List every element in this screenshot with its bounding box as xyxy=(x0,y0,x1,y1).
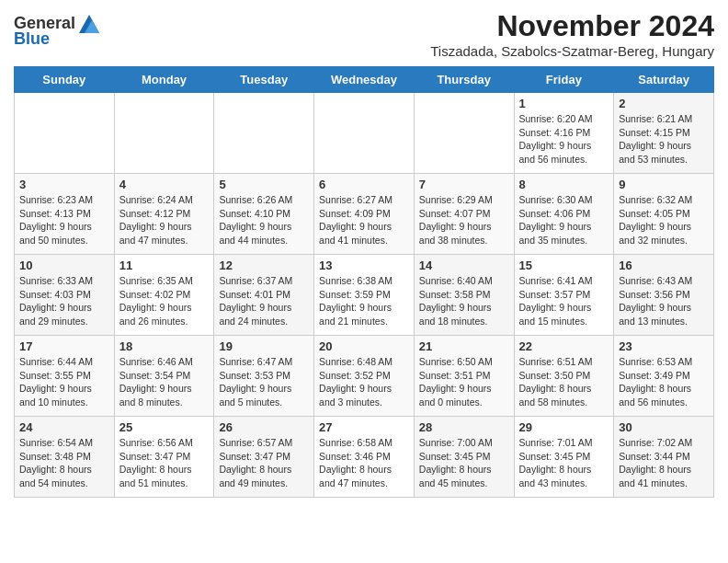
day-number: 7 xyxy=(419,178,509,191)
cell-content: Sunrise: 6:37 AM Sunset: 4:01 PM Dayligh… xyxy=(219,274,309,328)
calendar-cell: 19Sunrise: 6:47 AM Sunset: 3:53 PM Dayli… xyxy=(214,336,314,417)
calendar-cell: 12Sunrise: 6:37 AM Sunset: 4:01 PM Dayli… xyxy=(214,255,314,336)
cell-content: Sunrise: 6:32 AM Sunset: 4:05 PM Dayligh… xyxy=(619,193,709,247)
calendar-cell xyxy=(314,93,415,174)
calendar-cell: 22Sunrise: 6:51 AM Sunset: 3:50 PM Dayli… xyxy=(514,336,614,417)
calendar-cell: 14Sunrise: 6:40 AM Sunset: 3:58 PM Dayli… xyxy=(414,255,514,336)
calendar-cell: 20Sunrise: 6:48 AM Sunset: 3:52 PM Dayli… xyxy=(314,336,415,417)
day-number: 15 xyxy=(519,259,609,272)
calendar-cell: 11Sunrise: 6:35 AM Sunset: 4:02 PM Dayli… xyxy=(114,255,214,336)
cell-content: Sunrise: 6:29 AM Sunset: 4:07 PM Dayligh… xyxy=(419,193,509,247)
calendar-week-2: 3Sunrise: 6:23 AM Sunset: 4:13 PM Daylig… xyxy=(15,174,714,255)
day-number: 12 xyxy=(219,259,309,272)
cell-content: Sunrise: 6:53 AM Sunset: 3:49 PM Dayligh… xyxy=(619,355,709,409)
calendar-cell: 17Sunrise: 6:44 AM Sunset: 3:55 PM Dayli… xyxy=(15,336,115,417)
calendar-cell: 5Sunrise: 6:26 AM Sunset: 4:10 PM Daylig… xyxy=(214,174,314,255)
day-number: 25 xyxy=(119,420,210,434)
calendar-cell: 8Sunrise: 6:30 AM Sunset: 4:06 PM Daylig… xyxy=(514,174,614,255)
day-number: 27 xyxy=(319,420,409,434)
day-number: 8 xyxy=(519,178,609,191)
cell-content: Sunrise: 6:51 AM Sunset: 3:50 PM Dayligh… xyxy=(519,355,609,409)
day-number: 6 xyxy=(319,178,409,191)
calendar-cell: 25Sunrise: 6:56 AM Sunset: 3:47 PM Dayli… xyxy=(114,417,214,498)
calendar-cell: 21Sunrise: 6:50 AM Sunset: 3:51 PM Dayli… xyxy=(414,336,514,417)
day-number: 23 xyxy=(619,339,709,353)
calendar-header-row: SundayMondayTuesdayWednesdayThursdayFrid… xyxy=(15,67,714,93)
calendar-cell: 1Sunrise: 6:20 AM Sunset: 4:16 PM Daylig… xyxy=(514,93,614,174)
logo-blue-text: Blue xyxy=(14,29,50,49)
cell-content: Sunrise: 6:44 AM Sunset: 3:55 PM Dayligh… xyxy=(19,355,109,409)
day-number: 17 xyxy=(19,339,109,353)
cell-content: Sunrise: 6:40 AM Sunset: 3:58 PM Dayligh… xyxy=(419,274,509,328)
day-header-thursday: Thursday xyxy=(414,67,514,93)
calendar-cell xyxy=(214,93,314,174)
day-number: 24 xyxy=(19,420,109,434)
cell-content: Sunrise: 6:33 AM Sunset: 4:03 PM Dayligh… xyxy=(19,274,109,328)
calendar-cell: 6Sunrise: 6:27 AM Sunset: 4:09 PM Daylig… xyxy=(314,174,415,255)
cell-content: Sunrise: 6:24 AM Sunset: 4:12 PM Dayligh… xyxy=(119,193,210,247)
day-number: 14 xyxy=(419,259,509,272)
logo-icon xyxy=(79,15,99,33)
day-number: 30 xyxy=(619,420,709,434)
day-number: 22 xyxy=(519,339,609,353)
calendar-cell: 18Sunrise: 6:46 AM Sunset: 3:54 PM Dayli… xyxy=(114,336,214,417)
calendar-cell: 9Sunrise: 6:32 AM Sunset: 4:05 PM Daylig… xyxy=(614,174,714,255)
day-number: 1 xyxy=(519,97,609,110)
calendar-cell: 4Sunrise: 6:24 AM Sunset: 4:12 PM Daylig… xyxy=(114,174,214,255)
cell-content: Sunrise: 6:47 AM Sunset: 3:53 PM Dayligh… xyxy=(219,355,309,409)
calendar-cell: 2Sunrise: 6:21 AM Sunset: 4:15 PM Daylig… xyxy=(614,93,714,174)
calendar-week-3: 10Sunrise: 6:33 AM Sunset: 4:03 PM Dayli… xyxy=(15,255,714,336)
calendar-cell: 13Sunrise: 6:38 AM Sunset: 3:59 PM Dayli… xyxy=(314,255,415,336)
cell-content: Sunrise: 6:41 AM Sunset: 3:57 PM Dayligh… xyxy=(519,274,609,328)
calendar-cell xyxy=(15,93,115,174)
cell-content: Sunrise: 6:56 AM Sunset: 3:47 PM Dayligh… xyxy=(119,436,210,490)
cell-content: Sunrise: 6:50 AM Sunset: 3:51 PM Dayligh… xyxy=(419,355,509,409)
day-number: 20 xyxy=(319,339,409,353)
calendar-cell: 29Sunrise: 7:01 AM Sunset: 3:45 PM Dayli… xyxy=(514,417,614,498)
day-header-saturday: Saturday xyxy=(614,67,714,93)
cell-content: Sunrise: 6:58 AM Sunset: 3:46 PM Dayligh… xyxy=(319,436,409,490)
day-number: 19 xyxy=(219,339,309,353)
cell-content: Sunrise: 6:27 AM Sunset: 4:09 PM Dayligh… xyxy=(319,193,409,247)
cell-content: Sunrise: 6:38 AM Sunset: 3:59 PM Dayligh… xyxy=(319,274,409,328)
day-number: 18 xyxy=(119,339,210,353)
day-number: 16 xyxy=(619,259,709,272)
page-subtitle: Tiszadada, Szabolcs-Szatmar-Bereg, Hunga… xyxy=(430,43,714,59)
calendar-cell: 26Sunrise: 6:57 AM Sunset: 3:47 PM Dayli… xyxy=(214,417,314,498)
calendar-week-1: 1Sunrise: 6:20 AM Sunset: 4:16 PM Daylig… xyxy=(15,93,714,174)
day-number: 3 xyxy=(19,178,109,191)
cell-content: Sunrise: 6:43 AM Sunset: 3:56 PM Dayligh… xyxy=(619,274,709,328)
cell-content: Sunrise: 6:21 AM Sunset: 4:15 PM Dayligh… xyxy=(619,112,709,167)
cell-content: Sunrise: 6:23 AM Sunset: 4:13 PM Dayligh… xyxy=(19,193,109,247)
cell-content: Sunrise: 6:20 AM Sunset: 4:16 PM Dayligh… xyxy=(519,112,609,167)
calendar-cell: 23Sunrise: 6:53 AM Sunset: 3:49 PM Dayli… xyxy=(614,336,714,417)
day-header-monday: Monday xyxy=(114,67,214,93)
calendar-cell xyxy=(414,93,514,174)
cell-content: Sunrise: 6:57 AM Sunset: 3:47 PM Dayligh… xyxy=(219,436,309,490)
day-header-wednesday: Wednesday xyxy=(314,67,415,93)
cell-content: Sunrise: 6:26 AM Sunset: 4:10 PM Dayligh… xyxy=(219,193,309,247)
day-number: 29 xyxy=(519,420,609,434)
day-number: 11 xyxy=(119,259,210,272)
cell-content: Sunrise: 6:54 AM Sunset: 3:48 PM Dayligh… xyxy=(19,436,109,490)
calendar-cell: 7Sunrise: 6:29 AM Sunset: 4:07 PM Daylig… xyxy=(414,174,514,255)
logo: General Blue xyxy=(14,9,99,49)
cell-content: Sunrise: 7:02 AM Sunset: 3:44 PM Dayligh… xyxy=(619,436,709,490)
calendar-cell: 28Sunrise: 7:00 AM Sunset: 3:45 PM Dayli… xyxy=(414,417,514,498)
day-number: 10 xyxy=(19,259,109,272)
title-block: November 2024 Tiszadada, Szabolcs-Szatma… xyxy=(430,9,714,59)
cell-content: Sunrise: 7:00 AM Sunset: 3:45 PM Dayligh… xyxy=(419,436,509,490)
day-number: 13 xyxy=(319,259,409,272)
cell-content: Sunrise: 6:30 AM Sunset: 4:06 PM Dayligh… xyxy=(519,193,609,247)
day-number: 5 xyxy=(219,178,309,191)
day-header-friday: Friday xyxy=(514,67,614,93)
calendar-cell: 30Sunrise: 7:02 AM Sunset: 3:44 PM Dayli… xyxy=(614,417,714,498)
day-number: 9 xyxy=(619,178,709,191)
calendar-cell: 16Sunrise: 6:43 AM Sunset: 3:56 PM Dayli… xyxy=(614,255,714,336)
day-number: 26 xyxy=(219,420,309,434)
calendar-cell: 24Sunrise: 6:54 AM Sunset: 3:48 PM Dayli… xyxy=(15,417,115,498)
day-header-sunday: Sunday xyxy=(15,67,115,93)
calendar-cell: 15Sunrise: 6:41 AM Sunset: 3:57 PM Dayli… xyxy=(514,255,614,336)
calendar-cell xyxy=(114,93,214,174)
calendar-cell: 10Sunrise: 6:33 AM Sunset: 4:03 PM Dayli… xyxy=(15,255,115,336)
